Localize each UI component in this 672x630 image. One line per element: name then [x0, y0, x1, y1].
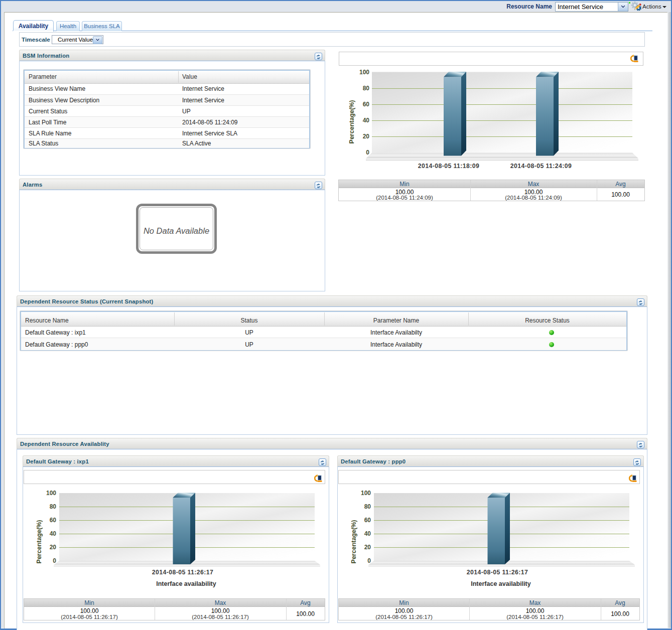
- svg-text:100: 100: [46, 490, 56, 497]
- svg-text:40: 40: [364, 530, 371, 537]
- svg-text:0: 0: [366, 149, 369, 156]
- svg-text:60: 60: [364, 517, 371, 524]
- svg-text:40: 40: [50, 530, 57, 537]
- svg-text:80: 80: [364, 503, 371, 510]
- svg-text:2014-08-05 11:26:17: 2014-08-05 11:26:17: [152, 569, 213, 576]
- svg-text:0: 0: [53, 557, 56, 564]
- svg-text:Percentage(%): Percentage(%): [36, 520, 43, 564]
- svg-text:40: 40: [363, 117, 370, 124]
- svg-text:Percentage(%): Percentage(%): [348, 100, 355, 144]
- svg-text:100: 100: [359, 69, 369, 76]
- svg-text:80: 80: [363, 85, 370, 92]
- svg-text:100: 100: [361, 490, 371, 497]
- svg-text:20: 20: [364, 544, 371, 551]
- svg-text:0: 0: [367, 557, 371, 564]
- svg-text:2014-08-05 11:24:09: 2014-08-05 11:24:09: [510, 163, 572, 170]
- svg-text:Interface availability: Interface availability: [156, 580, 216, 587]
- svg-text:Interface availability: Interface availability: [471, 580, 531, 587]
- svg-text:20: 20: [50, 544, 57, 551]
- svg-text:80: 80: [50, 503, 57, 510]
- svg-text:60: 60: [50, 517, 57, 524]
- svg-text:60: 60: [363, 101, 370, 108]
- svg-text:20: 20: [363, 133, 370, 140]
- svg-text:2014-08-05 11:26:17: 2014-08-05 11:26:17: [467, 569, 528, 576]
- svg-text:2014-08-05 11:18:09: 2014-08-05 11:18:09: [418, 163, 479, 170]
- svg-text:Percentage(%): Percentage(%): [350, 520, 357, 564]
